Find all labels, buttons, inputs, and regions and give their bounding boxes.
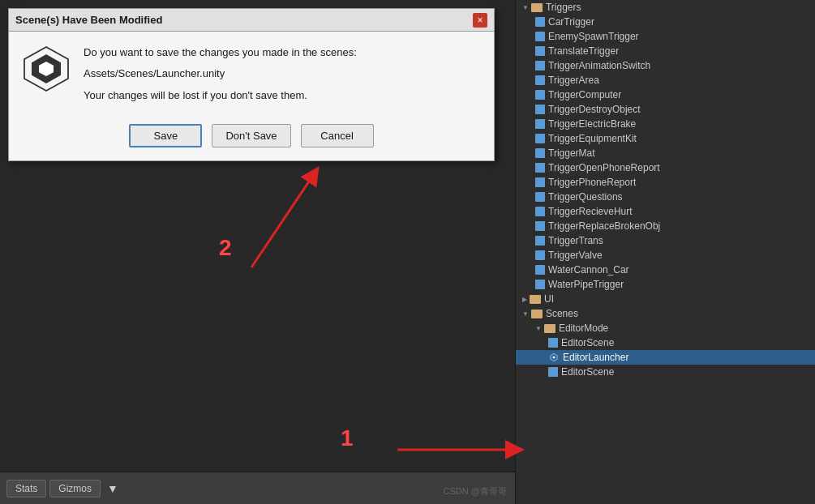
hierarchy-item-label: TriggerAnimationSwitch [548, 60, 650, 71]
hierarchy-item-label: TriggerArea [548, 75, 599, 86]
cube-icon [535, 148, 545, 158]
hierarchy-item[interactable]: EditorScene [516, 335, 815, 350]
hierarchy-panel: ▼TriggersCarTriggerEnemySpawnTriggerTran… [515, 0, 815, 504]
hierarchy-item-label: TriggerTrans [548, 235, 603, 246]
hierarchy-item[interactable]: TriggerValve [516, 248, 815, 263]
cube-icon [535, 105, 545, 114]
dont-save-button[interactable]: Don't Save [212, 124, 290, 147]
folder-icon [531, 310, 543, 318]
modal-title: Scene(s) Have Been Modified [15, 14, 162, 26]
hierarchy-item-label: TriggerValve [548, 250, 603, 261]
cube-icon [535, 46, 545, 56]
hierarchy-item-label: WaterPipeTrigger [548, 279, 624, 290]
hierarchy-item[interactable]: ▼Triggers [516, 0, 815, 15]
hierarchy-item[interactable]: EnemySpawnTrigger [516, 29, 815, 44]
cube-icon [548, 367, 558, 377]
hierarchy-item[interactable]: TriggerComputer [516, 88, 815, 102]
hierarchy-item-label: EditorScene [561, 337, 614, 348]
gizmos-button[interactable]: Gizmos [49, 480, 101, 498]
annotation-2: 2 [219, 235, 232, 261]
hierarchy-item[interactable]: TriggerAnimationSwitch [516, 58, 815, 73]
modal-body: Do you want to save the changes you made… [9, 32, 494, 114]
hierarchy-item[interactable]: EditorLauncher [516, 350, 815, 365]
modal-content: Do you want to save the changes you made… [84, 45, 481, 101]
folder-arrow-icon: ▼ [535, 325, 542, 332]
cube-icon [535, 75, 545, 85]
cube-icon [535, 90, 545, 100]
cube-icon [535, 265, 545, 275]
hierarchy-item[interactable]: TriggerMat [516, 146, 815, 160]
hierarchy-item-label: TriggerMat [548, 147, 595, 159]
hierarchy-item[interactable]: TriggerElectricBrake [516, 117, 815, 131]
folder-icon [530, 295, 541, 304]
hierarchy-item-label: TriggerElectricBrake [548, 118, 636, 130]
hierarchy-item-label: EditorScene [561, 366, 614, 378]
folder-arrow-icon: ▶ [522, 296, 527, 303]
hierarchy-item-label: EditorLauncher [563, 352, 628, 363]
hierarchy-item-label: EditorMode [559, 322, 608, 334]
hierarchy-item-label: TriggerQuestions [548, 191, 623, 203]
hierarchy-item[interactable]: TriggerPhoneReport [516, 175, 815, 190]
hierarchy-item-label: TriggerDestroyObject [548, 104, 641, 115]
modal-warning: Your changes will be lost if you don't s… [84, 89, 481, 101]
save-button[interactable]: Save [129, 124, 202, 147]
hierarchy-item-label: TriggerEquipmentKit [548, 133, 637, 144]
hierarchy-item[interactable]: TriggerRecieveHurt [516, 204, 815, 219]
cancel-button[interactable]: Cancel [301, 124, 374, 147]
cube-icon [535, 17, 545, 27]
hierarchy-item-label: UI [544, 293, 554, 305]
hierarchy-item-label: TriggerRecieveHurt [548, 206, 633, 217]
cube-icon [535, 32, 545, 41]
hierarchy-item-label: WaterCannon_Car [548, 264, 629, 275]
cube-icon [535, 250, 545, 260]
annotation-1: 1 [341, 425, 354, 451]
modal-dialog: Scene(s) Have Been Modified × Do you wan… [8, 8, 495, 161]
cube-icon [535, 163, 545, 173]
modal-path: Assets/Scenes/Launcher.unity [84, 67, 481, 79]
hierarchy-item[interactable]: CarTrigger [516, 15, 815, 29]
hierarchy-item[interactable]: EditorScene [516, 365, 815, 379]
hierarchy-item[interactable]: TranslateTrigger [516, 44, 815, 58]
unity-logo [22, 45, 71, 93]
csdn-watermark: CSDN @青哥哥 [444, 485, 507, 498]
gizmos-dropdown-icon[interactable]: ▼ [107, 482, 118, 495]
hierarchy-item[interactable]: TriggerEquipmentKit [516, 131, 815, 146]
bottom-bar: Stats Gizmos ▼ [0, 472, 515, 504]
hierarchy-item-label: TriggerPhoneReport [548, 177, 636, 188]
cube-icon [535, 221, 545, 231]
cube-icon [535, 134, 545, 143]
hierarchy-item[interactable]: TriggerOpenPhoneReport [516, 160, 815, 175]
hierarchy-item[interactable]: WaterCannon_Car [516, 263, 815, 277]
cube-icon [535, 192, 545, 202]
hierarchy-item[interactable]: TriggerDestroyObject [516, 102, 815, 117]
cube-icon [535, 236, 545, 246]
cube-icon [535, 119, 545, 129]
cube-icon [535, 177, 545, 187]
modal-titlebar: Scene(s) Have Been Modified × [9, 9, 494, 32]
hierarchy-item-label: Scenes [546, 308, 578, 319]
hierarchy-item[interactable]: TriggerTrans [516, 233, 815, 248]
stats-button[interactable]: Stats [6, 480, 46, 498]
hierarchy-item-label: TranslateTrigger [548, 45, 619, 57]
folder-icon [544, 324, 555, 333]
hierarchy-item-label: TriggerReplaceBrokenObj [548, 220, 660, 232]
cube-icon [548, 338, 558, 348]
modal-footer: Save Don't Save Cancel [9, 114, 494, 160]
hierarchy-item[interactable]: TriggerArea [516, 73, 815, 88]
hierarchy-item[interactable]: ▼Scenes [516, 306, 815, 321]
hierarchy-item[interactable]: ▶UI [516, 292, 815, 306]
hierarchy-item-label: Triggers [546, 2, 581, 13]
folder-arrow-icon: ▼ [522, 4, 529, 11]
cube-icon [535, 207, 545, 216]
folder-arrow-icon: ▼ [522, 310, 529, 318]
hierarchy-item[interactable]: WaterPipeTrigger [516, 277, 815, 292]
hierarchy-item[interactable]: TriggerQuestions [516, 190, 815, 204]
modal-message: Do you want to save the changes you made… [84, 45, 481, 61]
modal-close-button[interactable]: × [473, 13, 487, 28]
hierarchy-item[interactable]: TriggerReplaceBrokenObj [516, 219, 815, 233]
cube-icon [535, 280, 545, 289]
folder-icon [531, 3, 543, 12]
cube-icon [535, 61, 545, 70]
hierarchy-item[interactable]: ▼EditorMode [516, 321, 815, 335]
hierarchy-item-label: EnemySpawnTrigger [548, 31, 639, 42]
